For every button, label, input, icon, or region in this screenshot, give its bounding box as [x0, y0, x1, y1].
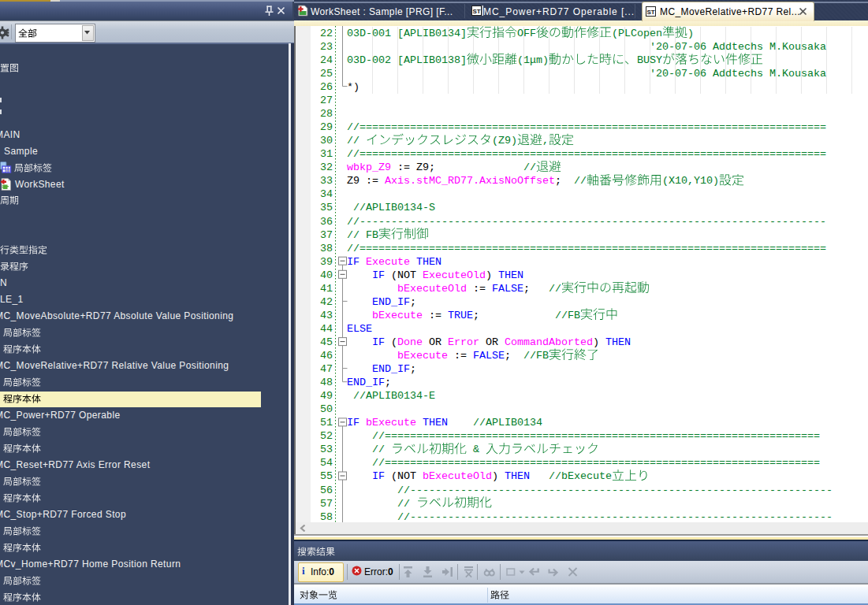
svg-text:Done: Done: [397, 336, 423, 348]
svg-text:IF: IF: [372, 269, 385, 281]
svg-text:40: 40: [320, 269, 333, 281]
svg-text:36: 36: [320, 216, 333, 228]
svg-text:Axis.stMC_RD77.AxisNoOffset: Axis.stMC_RD77.AxisNoOffset: [385, 175, 555, 187]
svg-text://============================: //======================================…: [347, 148, 826, 160]
svg-text:'20-07-06 Addtechs M.Kousaka: '20-07-06 Addtechs M.Kousaka: [650, 41, 826, 53]
svg-text://: //: [574, 175, 587, 187]
svg-text:CommandAborted: CommandAborted: [505, 336, 593, 348]
svg-text:58: 58: [320, 511, 333, 523]
svg-text:OR: OR: [486, 336, 498, 348]
svg-text:44: 44: [320, 323, 333, 335]
svg-text:49: 49: [320, 390, 333, 402]
svg-text:50: 50: [320, 403, 333, 415]
svg-text:IF: IF: [347, 256, 359, 268]
svg-text::=: :=: [454, 350, 467, 362]
svg-text:END_IF: END_IF: [372, 363, 410, 375]
svg-text:bExecute: bExecute: [397, 350, 448, 362]
svg-text://APLIB0134-S: //APLIB0134-S: [353, 202, 435, 213]
svg-text://============================: //======================================…: [372, 457, 820, 469]
svg-text:THEN: THEN: [505, 470, 530, 482]
svg-text:39: 39: [320, 256, 333, 268]
svg-text:47: 47: [320, 363, 333, 375]
svg-text:29: 29: [320, 121, 333, 133]
svg-text:(X10,Y10): (X10,Y10): [662, 175, 719, 187]
svg-text:45: 45: [320, 336, 333, 348]
svg-text://FB: //FB: [523, 350, 549, 362]
svg-text:THEN: THEN: [498, 269, 523, 281]
svg-text:): ): [687, 28, 694, 39]
svg-text:42: 42: [320, 296, 333, 308]
svg-text:IF: IF: [347, 417, 359, 429]
svg-text::=: :=: [473, 283, 486, 295]
svg-text:(NOT: (NOT: [391, 470, 416, 482]
svg-text:*): *): [347, 81, 359, 93]
svg-text:37: 37: [320, 229, 333, 241]
svg-text://----------------------------: //--------------------------------------…: [397, 484, 833, 496]
svg-text:23: 23: [320, 41, 333, 53]
svg-text:03D-001 [APLIB0134]: 03D-001 [APLIB0134]: [347, 28, 467, 39]
svg-text:34: 34: [320, 188, 333, 200]
svg-text:46: 46: [320, 350, 333, 362]
svg-text:'20-07-06 Addtechs M.Kousaka: '20-07-06 Addtechs M.Kousaka: [650, 68, 826, 80]
svg-text:54: 54: [320, 457, 333, 469]
svg-text:56: 56: [320, 484, 333, 496]
svg-text://bExecute: //bExecute: [549, 470, 612, 482]
svg-text://APLIB0134-E: //APLIB0134-E: [353, 390, 435, 402]
svg-text:38: 38: [320, 243, 333, 254]
svg-text:;: ;: [555, 175, 561, 187]
svg-text:27: 27: [320, 95, 333, 106]
svg-text:IF: IF: [372, 336, 385, 348]
svg-text://: //: [397, 498, 416, 510]
svg-text:28: 28: [320, 108, 333, 120]
svg-text:wbkp_Z9: wbkp_Z9: [347, 161, 391, 173]
svg-text::=: :=: [429, 310, 441, 321]
svg-text:THEN: THEN: [423, 417, 448, 429]
svg-text:bExecute: bExecute: [372, 310, 423, 321]
svg-text:41: 41: [320, 283, 333, 295]
svg-text:bExecute: bExecute: [366, 417, 416, 429]
svg-text:26: 26: [320, 81, 333, 93]
svg-text:bExecuteOld: bExecuteOld: [423, 470, 492, 482]
svg-text://----------------------------: //--------------------------------------…: [347, 216, 826, 228]
svg-text://----------------------------: //--------------------------------------…: [397, 511, 833, 523]
svg-text:END_IF: END_IF: [347, 377, 385, 388]
svg-text:(: (: [391, 336, 397, 348]
svg-text:(1μm): (1μm): [517, 54, 549, 66]
svg-text:;: ;: [410, 296, 416, 308]
svg-text:57: 57: [320, 498, 333, 510]
svg-text://FB: //FB: [555, 310, 580, 321]
svg-text:(Z9): (Z9): [492, 135, 517, 147]
svg-text:;: ;: [410, 363, 416, 375]
svg-text:32: 32: [320, 161, 333, 173]
svg-text:48: 48: [320, 377, 333, 388]
svg-text:ELSE: ELSE: [347, 323, 372, 335]
svg-text:&: &: [467, 444, 486, 455]
svg-text:;: ;: [505, 350, 511, 362]
svg-text:33: 33: [320, 175, 333, 187]
svg-text:30: 30: [320, 135, 333, 147]
svg-text:ExecuteOld: ExecuteOld: [423, 269, 486, 281]
svg-text:): ): [486, 269, 492, 281]
svg-text:(NOT: (NOT: [391, 269, 416, 281]
svg-text://APLIB0134: //APLIB0134: [473, 417, 542, 429]
svg-text:;: ;: [523, 283, 530, 295]
svg-text://: //: [372, 444, 391, 455]
svg-text:): ): [593, 336, 599, 348]
svg-text:22: 22: [320, 28, 333, 39]
svg-text:,: ,: [542, 135, 549, 147]
svg-text:;: ;: [473, 310, 479, 321]
svg-text:25: 25: [320, 68, 333, 80]
svg-text:OR: OR: [429, 336, 441, 348]
svg-text:35: 35: [320, 202, 333, 213]
svg-text:24: 24: [320, 54, 333, 66]
svg-text:03D-002 [APLIB0138]: 03D-002 [APLIB0138]: [347, 54, 467, 66]
svg-text://: //: [523, 161, 536, 173]
svg-text:OFF: OFF: [517, 28, 536, 39]
svg-text:END_IF: END_IF: [372, 296, 410, 308]
svg-text:FALSE: FALSE: [492, 283, 523, 295]
svg-text::= Z9;: := Z9;: [391, 161, 435, 173]
svg-text:Error: Error: [448, 336, 479, 348]
svg-text:THEN: THEN: [416, 256, 441, 268]
svg-text:bExecuteOld: bExecuteOld: [397, 283, 467, 295]
svg-text:53: 53: [320, 444, 333, 455]
